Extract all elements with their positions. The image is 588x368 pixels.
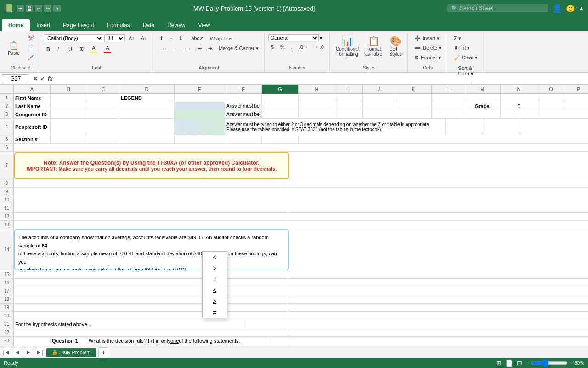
decrease-indent-button[interactable]: ⇤ (195, 44, 204, 53)
cancel-formula-icon[interactable]: ✖ (33, 75, 38, 82)
cell-M3[interactable] (464, 110, 501, 118)
align-top-button[interactable]: ⬆ (157, 34, 166, 43)
tab-formulas[interactable]: Formulas (101, 19, 136, 31)
cell-N3[interactable] (501, 110, 537, 118)
cell-N2[interactable]: 0 (501, 102, 537, 110)
tab-review[interactable]: Review (161, 19, 192, 31)
cell-F3[interactable]: Answer must be chosen from drop down men… (225, 110, 262, 118)
confirm-formula-icon[interactable]: ✔ (40, 75, 45, 82)
cell-H2[interactable] (299, 102, 335, 110)
cell-E2[interactable] (175, 102, 225, 110)
cell-H4[interactable] (482, 119, 519, 135)
increase-decimal-button[interactable]: .0→ (296, 43, 311, 51)
italic-button[interactable]: I (55, 45, 65, 53)
cell-20[interactable] (14, 312, 289, 320)
cell-13[interactable] (14, 221, 289, 229)
align-right-button[interactable]: ≡→ (181, 45, 194, 53)
cell-11[interactable] (14, 204, 289, 212)
cell-B4[interactable] (51, 119, 87, 135)
dropdown-item-gt[interactable]: > (203, 263, 227, 274)
sheet-nav-first[interactable]: |◄ (2, 348, 11, 357)
cell-K3[interactable] (395, 110, 432, 118)
tab-insert[interactable]: Insert (30, 19, 57, 31)
cell-B23[interactable]: Question 1 (51, 337, 87, 345)
user-icon[interactable]: 👤 (552, 3, 562, 13)
cell-C23[interactable]: What is the decision rule? Fill in only … (87, 337, 271, 345)
sheet-tab-daily-problem[interactable]: 🔒 Daily Problem (46, 348, 96, 357)
search-box[interactable]: 🔍 (447, 4, 548, 12)
cell-A2[interactable]: Last Name (14, 102, 51, 110)
cell-O2[interactable] (537, 102, 565, 110)
cell-C2[interactable] (87, 102, 119, 110)
cell-22[interactable] (14, 328, 289, 336)
cell-L1[interactable] (432, 94, 464, 102)
cell-F4[interactable]: Answer must be typed to either 2 or 3 de… (225, 119, 446, 135)
fill-button[interactable]: ⬇ Fill ▾ (451, 44, 481, 52)
cell-B3[interactable] (51, 110, 87, 118)
cell-O1[interactable] (537, 94, 565, 102)
cell-A23[interactable] (14, 337, 51, 345)
wrap-text-button[interactable]: Wrap Text (207, 34, 235, 43)
col-header-D[interactable]: D (119, 85, 175, 94)
grid-container[interactable]: 1 First Name LEGEND 2 Last Name (0, 94, 588, 346)
align-bottom-button[interactable]: ⬇ (176, 34, 186, 43)
zoom-in-button[interactable]: + (570, 360, 572, 366)
window-controls[interactable]: ☰ 💾 ↩ ↪ ▾ (17, 5, 61, 12)
col-header-A[interactable]: A (14, 85, 51, 94)
search-input[interactable] (460, 5, 543, 12)
cell-I2[interactable] (335, 102, 363, 110)
undo-btn[interactable]: ↩ (35, 5, 42, 12)
cell-D4[interactable] (119, 119, 175, 135)
align-left-button[interactable]: ≡← (157, 45, 170, 53)
font-color-button[interactable]: A (101, 44, 114, 54)
sum-button[interactable]: Σ ▾ (451, 34, 481, 43)
clear-button[interactable]: 🧹 Clear ▾ (451, 53, 481, 62)
bold-button[interactable]: B (44, 45, 54, 53)
sheet-nav-last[interactable]: ►| (35, 348, 44, 357)
font-name-select[interactable]: Calibri (Body) (44, 34, 103, 42)
collapse-icon[interactable]: ▲ (579, 5, 584, 12)
cell-F2[interactable]: Answer must be typed to four decimals (225, 102, 262, 110)
cell-G3[interactable] (262, 110, 299, 118)
cell-24[interactable] (14, 345, 289, 346)
redo-btn[interactable]: ↪ (44, 5, 51, 12)
sidebar-toggle[interactable]: ☰ (17, 5, 24, 12)
format-cells-button[interactable]: ⚙ Format ▾ (412, 53, 444, 62)
dropdown-item-neq[interactable]: ≠ (203, 307, 227, 318)
col-header-L[interactable]: L (432, 85, 464, 94)
add-sheet-button[interactable]: + (98, 347, 108, 357)
col-header-H[interactable]: H (299, 85, 335, 94)
formula-input[interactable] (57, 75, 586, 83)
tab-data[interactable]: Data (136, 19, 161, 31)
cell-9[interactable] (14, 188, 289, 196)
cell-A21[interactable]: For the hypothesis stated above... (14, 320, 243, 328)
cell-F1[interactable] (225, 94, 262, 102)
save-btn[interactable]: 💾 (26, 5, 33, 12)
cell-6-empty[interactable] (14, 144, 588, 151)
cell-A1[interactable]: First Name (14, 94, 51, 102)
increase-font-button[interactable]: A↑ (126, 34, 137, 42)
cell-G4[interactable] (446, 119, 482, 135)
cell-B5[interactable] (51, 135, 87, 143)
format-painter-button[interactable]: 🖌️ (25, 53, 37, 62)
cell-D5[interactable] (119, 135, 175, 143)
cell-N1[interactable] (501, 94, 537, 102)
cell-19[interactable] (14, 304, 289, 311)
normal-view-button[interactable]: ⊞ (496, 359, 502, 367)
cell-L3[interactable] (432, 110, 464, 118)
cell-G5[interactable] (262, 135, 299, 143)
cell-E4[interactable] (175, 119, 225, 135)
more-btn[interactable]: ▾ (53, 5, 61, 12)
font-size-select[interactable]: 11 (104, 34, 125, 42)
comma-style-button[interactable]: , (288, 43, 295, 51)
sheet-nav-next[interactable]: ► (24, 348, 33, 357)
cell-O3[interactable] (537, 110, 565, 118)
cell-10[interactable] (14, 196, 289, 204)
cell-C3[interactable] (87, 110, 119, 118)
cell-G2[interactable] (262, 102, 299, 110)
dropdown-item-gte[interactable]: ≥ (203, 296, 227, 307)
cell-16[interactable] (14, 279, 289, 287)
cell-18[interactable] (14, 295, 289, 303)
cell-styles-button[interactable]: 🎨 CellStyles (386, 34, 405, 58)
col-header-B[interactable]: B (51, 85, 87, 94)
